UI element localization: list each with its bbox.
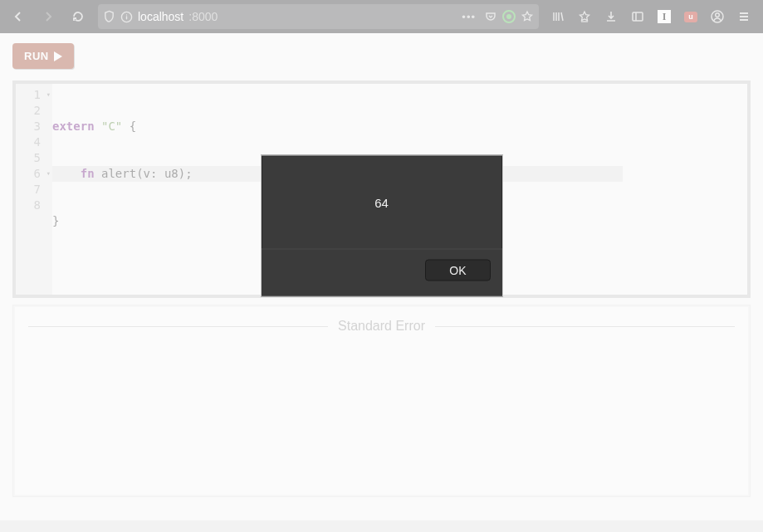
alert-ok-button[interactable]: OK bbox=[425, 260, 490, 281]
alert-dialog: 64 OK bbox=[261, 155, 503, 297]
alert-message: 64 bbox=[374, 195, 389, 209]
